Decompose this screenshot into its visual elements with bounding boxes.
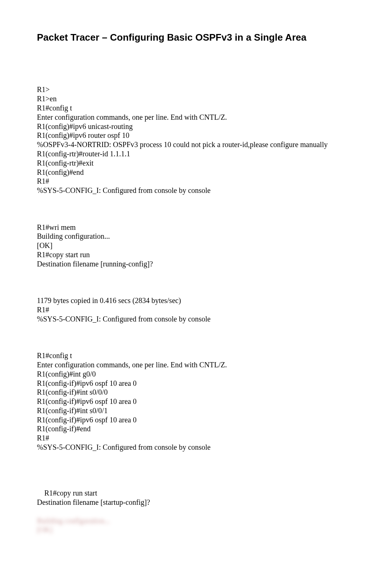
terminal-text: R1#copy run start Destination filename [… xyxy=(37,489,150,506)
terminal-block: 1179 bytes copied in 0.416 secs (2834 by… xyxy=(37,296,355,323)
document-title: Packet Tracer – Configuring Basic OSPFv3… xyxy=(37,31,355,44)
terminal-block: R1#config t Enter configuration commands… xyxy=(37,351,355,452)
terminal-block: R1#copy run start Destination filename [… xyxy=(37,479,355,552)
terminal-output: R1> R1>en R1#config t Enter configuratio… xyxy=(37,67,355,562)
blurred-text: Building configuration... [OK] xyxy=(37,516,355,535)
terminal-block: R1#wri mem Building configuration... [OK… xyxy=(37,223,355,269)
terminal-block: R1> R1>en R1#config t Enter configuratio… xyxy=(37,85,355,195)
